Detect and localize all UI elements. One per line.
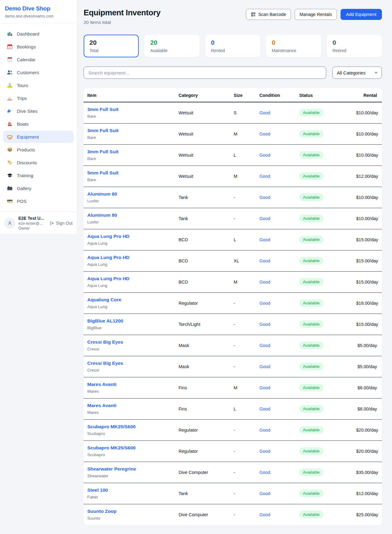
stat-card-total[interactable]: 20 Total [84, 35, 139, 57]
condition-link[interactable]: Good [259, 153, 270, 158]
condition-link[interactable]: Good [259, 343, 270, 348]
table-row: Aluminum 80 Luxfer Tank - Good Available… [84, 208, 382, 229]
status-badge: Available [299, 384, 323, 391]
item-name-link[interactable]: 5mm Full Suit [87, 170, 172, 176]
condition-link[interactable]: Good [259, 449, 270, 454]
item-size: - [231, 335, 256, 356]
stat-card-maintenance[interactable]: 0 Maintenance [266, 35, 321, 57]
sidebar-item-tours[interactable]: Tours [3, 79, 74, 91]
sidebar-item-pos[interactable]: POS [3, 195, 74, 207]
item-name-link[interactable]: Aqua Lung Pro HD [87, 233, 172, 239]
grad-cap-icon [7, 172, 13, 178]
sailboat-icon [7, 121, 13, 127]
condition-link[interactable]: Good [259, 406, 270, 411]
condition-link[interactable]: Good [259, 174, 270, 179]
main-content: Equipment Inventory 20 items total Scan … [84, 0, 382, 525]
equipment-table-card: Item Category Size Condition Status Rent… [84, 88, 382, 525]
item-category: Dive Computer [175, 504, 231, 525]
item-name-link[interactable]: Steel 100 [87, 487, 172, 493]
sidebar-item-boats[interactable]: Boats [3, 118, 74, 130]
stat-value: 20 [89, 39, 133, 46]
item-name-link[interactable]: Mares Avanti [87, 402, 172, 409]
condition-link[interactable]: Good [259, 491, 270, 496]
condition-link[interactable]: Good [259, 428, 270, 433]
condition-link[interactable]: Good [259, 470, 270, 475]
item-name-link[interactable]: Scubapro MK25/S600 [87, 424, 172, 430]
equipment-table: Item Category Size Condition Status Rent… [84, 88, 382, 525]
stat-card-rented[interactable]: 0 Rented [205, 35, 260, 57]
sign-out-button[interactable]: Sign Out [49, 221, 73, 226]
item-name-link[interactable]: Aqualung Core [87, 297, 172, 303]
item-name-link[interactable]: Aqua Lung Pro HD [87, 254, 172, 261]
sidebar-item-label: Calendar [17, 57, 36, 62]
stat-card-available[interactable]: 20 Available [144, 35, 199, 57]
sidebar-item-customers[interactable]: Customers [3, 66, 74, 78]
item-brand: BigBlue [87, 325, 172, 330]
rental-price: $15.00/day [353, 250, 382, 271]
item-name-link[interactable]: Cressi Big Eyes [87, 339, 172, 345]
condition-link[interactable]: Good [259, 110, 270, 115]
condition-link[interactable]: Good [259, 237, 270, 242]
item-name-link[interactable]: Suunto Zoop [87, 508, 172, 514]
filter-row: All Categories [84, 67, 382, 79]
item-name-link[interactable]: Aluminum 80 [87, 212, 172, 218]
search-input[interactable] [84, 67, 326, 79]
sidebar-item-dashboard[interactable]: Dashboard [3, 28, 74, 40]
sidebar-item-discounts[interactable]: Discounts [3, 156, 74, 169]
add-equipment-button[interactable]: Add Equipment [341, 9, 382, 20]
manage-rentals-button[interactable]: Manage Rentals [295, 9, 337, 20]
sidebar-item-calendar[interactable]: Calendar [3, 53, 74, 66]
item-name-link[interactable]: Cressi Big Eyes [87, 360, 172, 366]
scan-barcode-button[interactable]: Scan Barcode [246, 9, 291, 20]
sidebar-item-bookings[interactable]: 17 Bookings [3, 40, 74, 53]
condition-link[interactable]: Good [259, 216, 270, 221]
table-row: Shearwater Peregrine Shearwater Dive Com… [84, 462, 382, 483]
item-name-link[interactable]: Scubapro MK25/S600 [87, 445, 172, 451]
condition-link[interactable]: Good [259, 322, 270, 327]
sidebar-item-dive-sites[interactable]: Dive Sites [3, 105, 74, 117]
equipment-table-body: 3mm Full Suit Bare Wetsuit S Good Availa… [84, 102, 382, 525]
stat-card-retired[interactable]: 0 Retired [327, 35, 382, 57]
sidebar-item-equipment[interactable]: Equipment [3, 131, 74, 143]
item-name-link[interactable]: Aqua Lung Pro HD [87, 276, 172, 282]
stat-label: Available [150, 48, 194, 53]
item-category: Regulator [175, 292, 231, 314]
user-role: Owner [18, 226, 44, 231]
item-name-link[interactable]: Mares Avanti [87, 381, 172, 387]
condition-link[interactable]: Good [259, 301, 270, 306]
category-select[interactable]: All Categories [332, 67, 382, 79]
sidebar-item-products[interactable]: Products [3, 143, 74, 156]
sidebar-item-label: Bookings [17, 44, 36, 49]
condition-link[interactable]: Good [259, 385, 270, 390]
item-name-link[interactable]: 3mm Full Suit [87, 128, 172, 134]
rental-price: $12.00/day [353, 166, 382, 187]
condition-link[interactable]: Good [259, 512, 270, 517]
sidebar-item-training[interactable]: Training [3, 169, 74, 181]
status-badge: Available [299, 151, 323, 159]
condition-link[interactable]: Good [259, 280, 270, 284]
item-brand: Cressi [87, 346, 172, 352]
item-name-link[interactable]: Shearwater Peregrine [87, 466, 172, 472]
item-name-link[interactable]: Aluminum 80 [87, 191, 172, 197]
item-name-link[interactable]: 3mm Full Suit [87, 149, 172, 155]
item-name-link[interactable]: BigBlue AL1200 [87, 318, 172, 324]
status-badge: Available [299, 447, 323, 455]
item-category: Mask [175, 356, 231, 377]
sidebar-item-trips[interactable]: Trips [3, 92, 74, 104]
sidebar-item-gallery[interactable]: Gallery [3, 182, 74, 194]
status-badge: Available [299, 193, 323, 201]
condition-link[interactable]: Good [259, 364, 270, 369]
item-name-link[interactable]: 3mm Full Suit [87, 106, 172, 113]
spiral-calendar-icon [7, 56, 13, 63]
item-size: L [231, 229, 256, 250]
people-icon [7, 69, 13, 75]
rental-price: $15.00/day [353, 229, 382, 250]
condition-link[interactable]: Good [259, 258, 270, 263]
category-select-value: All Categories [337, 70, 365, 75]
item-category: Mask [175, 335, 231, 356]
item-size: - [231, 356, 256, 377]
sidebar-item-label: Boats [17, 121, 28, 127]
condition-link[interactable]: Good [259, 132, 270, 136]
condition-link[interactable]: Good [259, 195, 270, 200]
sidebar-item-label: Dive Sites [17, 109, 38, 114]
